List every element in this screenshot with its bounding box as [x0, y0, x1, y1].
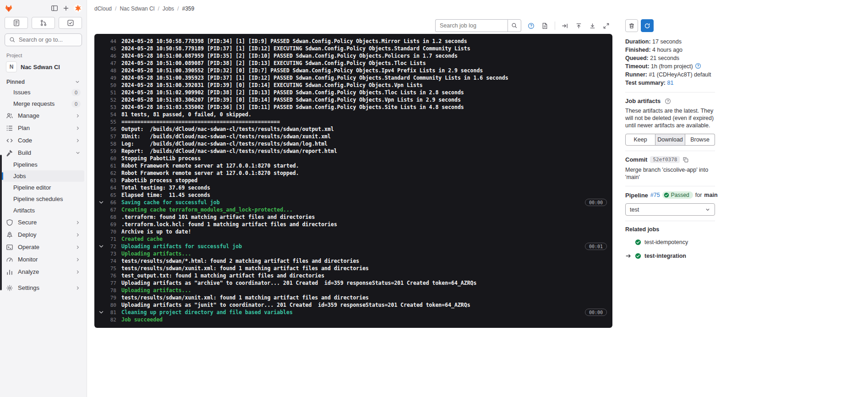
- sidebar-item-secure[interactable]: Secure: [2, 216, 84, 228]
- copy-commit-sha-icon[interactable]: [682, 157, 689, 163]
- related-job[interactable]: test-idempotency: [625, 235, 715, 249]
- log-search-submit-button[interactable]: [508, 19, 521, 32]
- log-line-number[interactable]: 74: [104, 258, 116, 264]
- download-button[interactable]: Download: [655, 134, 685, 146]
- create-new-button[interactable]: [62, 5, 70, 12]
- log-line-number[interactable]: 81: [104, 310, 116, 315]
- collapse-section-icon[interactable]: [98, 243, 104, 250]
- related-job[interactable]: test-integration: [625, 249, 715, 263]
- sidebar-item-pipeline-schedules[interactable]: Pipeline schedules: [2, 193, 84, 205]
- log-line-number[interactable]: 47: [104, 60, 116, 66]
- scroll-to-top-button[interactable]: [573, 20, 585, 32]
- search-help-button[interactable]: [525, 20, 537, 32]
- merge-requests-shortcut-button[interactable]: [32, 17, 55, 29]
- sidebar-item-code[interactable]: Code: [2, 134, 84, 147]
- sidebar-item-analyze[interactable]: Analyze: [2, 266, 84, 278]
- log-line-number[interactable]: 58: [104, 141, 116, 147]
- log-line-number[interactable]: 59: [104, 148, 116, 154]
- log-line-number[interactable]: 82: [104, 317, 116, 323]
- log-line-number[interactable]: 67: [104, 207, 116, 213]
- global-search-button[interactable]: Search or go to...: [5, 33, 82, 46]
- stage-selector-dropdown[interactable]: test: [625, 203, 715, 216]
- log-line-number[interactable]: 73: [104, 251, 116, 257]
- pipeline-status-badge[interactable]: Passed: [662, 191, 693, 199]
- sidebar-item-pipeline-editor[interactable]: Pipeline editor: [2, 182, 84, 193]
- collapse-section-icon[interactable]: [98, 199, 104, 206]
- log-line-number[interactable]: 61: [104, 163, 116, 169]
- sidebar-item-build[interactable]: Build: [2, 147, 84, 159]
- log-line-number[interactable]: 50: [104, 82, 116, 88]
- browse-button[interactable]: Browse: [685, 134, 715, 146]
- log-line-number[interactable]: 52: [104, 97, 116, 103]
- detail-value[interactable]: 81: [666, 80, 673, 86]
- artifacts-help-icon[interactable]: [665, 98, 671, 104]
- sidebar-scrollbar-thumb[interactable]: [0, 155, 2, 290]
- sidebar-item-jobs[interactable]: Jobs: [2, 170, 84, 182]
- log-line-number[interactable]: 48: [104, 68, 116, 74]
- pinned-section-toggle[interactable]: Pinned: [0, 76, 87, 87]
- log-line-number[interactable]: 70: [104, 229, 116, 235]
- log-line-number[interactable]: 75: [104, 266, 116, 272]
- log-search-input[interactable]: [435, 19, 508, 32]
- retry-job-button[interactable]: [641, 19, 654, 32]
- sidebar-item-monitor[interactable]: Monitor: [2, 253, 84, 266]
- log-line-number[interactable]: 60: [104, 156, 116, 162]
- sidebar-item-operate[interactable]: Operate: [2, 241, 84, 253]
- show-raw-log-button[interactable]: [539, 20, 551, 32]
- pipeline-ref-link[interactable]: main: [704, 192, 717, 198]
- sidebar-item-artifacts[interactable]: Artifacts: [2, 205, 84, 216]
- log-line-number[interactable]: 46: [104, 53, 116, 59]
- log-line-number[interactable]: 53: [104, 104, 116, 110]
- log-line-number[interactable]: 66: [104, 200, 116, 206]
- commit-sha[interactable]: 52ef0378: [650, 156, 680, 163]
- breadcrumb-item[interactable]: dCloud: [94, 5, 112, 12]
- log-line-number[interactable]: 55: [104, 119, 116, 125]
- log-line-number[interactable]: 49: [104, 75, 116, 81]
- log-line-number[interactable]: 69: [104, 222, 116, 228]
- erase-job-log-button[interactable]: [625, 19, 638, 32]
- log-line-number[interactable]: 77: [104, 280, 116, 286]
- sidebar-toggle-button[interactable]: [51, 5, 58, 12]
- scroll-to-bottom-button[interactable]: [586, 20, 599, 32]
- log-line-number[interactable]: 56: [104, 126, 116, 132]
- fullscreen-button[interactable]: [600, 20, 612, 32]
- pipeline-number-link[interactable]: #75: [650, 192, 660, 198]
- collapse-section-icon[interactable]: [98, 309, 104, 315]
- issues-shortcut-button[interactable]: [5, 17, 28, 29]
- log-line-number[interactable]: 65: [104, 192, 116, 198]
- sidebar-item-merge-requests[interactable]: Merge requests0: [2, 98, 84, 109]
- user-avatar[interactable]: [74, 4, 82, 12]
- sidebar-item-manage[interactable]: Manage: [2, 109, 84, 122]
- log-line-number[interactable]: 44: [104, 38, 116, 44]
- breadcrumb-item[interactable]: Jobs: [163, 5, 174, 12]
- sidebar-item-issues[interactable]: Issues0: [2, 87, 84, 98]
- project-switcher[interactable]: N Nac Sdwan Cl: [2, 60, 84, 74]
- jump-to-failure-button[interactable]: [559, 20, 571, 32]
- sidebar-item-deploy[interactable]: Deploy: [2, 228, 84, 241]
- log-line-number[interactable]: 78: [104, 288, 116, 294]
- log-line-number[interactable]: 72: [104, 244, 116, 250]
- log-line-number[interactable]: 64: [104, 185, 116, 191]
- commit-message[interactable]: Merge branch 'ciscolive-app' into 'main': [625, 166, 715, 181]
- log-line-number[interactable]: 63: [104, 178, 116, 184]
- log-line-number[interactable]: 57: [104, 134, 116, 140]
- todo-shortcut-button[interactable]: [59, 17, 82, 29]
- sidebar-item-plan[interactable]: Plan: [2, 122, 84, 134]
- sidebar-item-pipelines[interactable]: Pipelines: [2, 159, 84, 170]
- keep-button[interactable]: Keep: [625, 134, 655, 146]
- gitlab-logo-icon[interactable]: [5, 4, 13, 12]
- log-line-number[interactable]: 68: [104, 214, 116, 220]
- breadcrumb-item[interactable]: #359: [182, 5, 194, 12]
- log-line-number[interactable]: 51: [104, 90, 116, 96]
- log-line-number[interactable]: 54: [104, 112, 116, 118]
- breadcrumb-item[interactable]: Nac Sdwan Cl: [120, 5, 154, 12]
- sidebar-item-settings[interactable]: Settings: [2, 282, 84, 294]
- log-line-number[interactable]: 79: [104, 295, 116, 301]
- log-text: Robot Framework remote server at 127.0.0…: [121, 163, 299, 169]
- log-line-number[interactable]: 71: [104, 236, 116, 242]
- log-line-number[interactable]: 62: [104, 170, 116, 176]
- log-line-number[interactable]: 80: [104, 302, 116, 308]
- log-line-number[interactable]: 45: [104, 46, 116, 52]
- help-icon[interactable]: [695, 63, 701, 69]
- log-line-number[interactable]: 76: [104, 273, 116, 279]
